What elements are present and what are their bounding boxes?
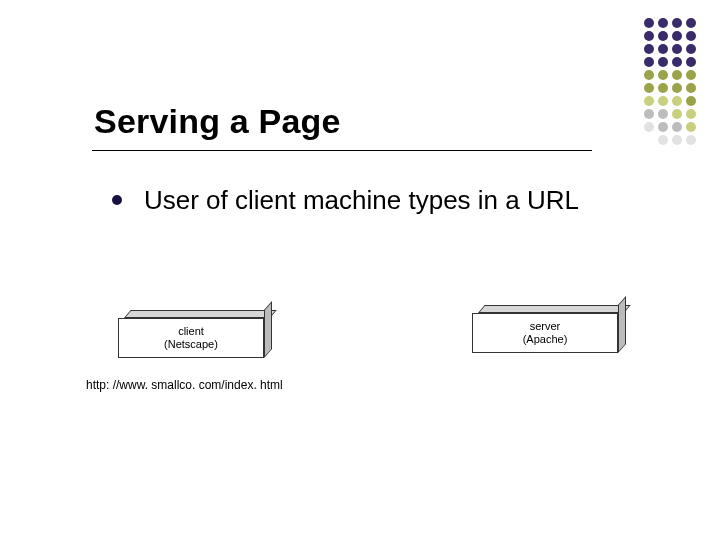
server-label-2: (Apache) — [523, 333, 568, 346]
client-box: client (Netscape) — [118, 310, 264, 358]
dot-icon — [658, 44, 668, 54]
dot-icon — [672, 44, 682, 54]
client-label-2: (Netscape) — [164, 338, 218, 351]
dot-icon — [672, 70, 682, 80]
server-label-1: server — [530, 320, 561, 333]
dot-icon — [686, 57, 696, 67]
bullet-text: User of client machine types in a URL — [144, 185, 579, 216]
dot-icon — [686, 122, 696, 132]
dot-icon — [658, 135, 668, 145]
bullet-item: User of client machine types in a URL — [112, 185, 579, 216]
dot-icon — [686, 18, 696, 28]
dot-icon — [644, 83, 654, 93]
title-underline — [92, 150, 592, 151]
dot-icon — [672, 135, 682, 145]
dot-icon — [658, 70, 668, 80]
url-text: http: //www. smallco. com/index. html — [86, 378, 283, 392]
dot-icon — [644, 109, 654, 119]
dot-icon — [644, 31, 654, 41]
dot-icon — [658, 57, 668, 67]
dot-icon — [658, 96, 668, 106]
dot-icon — [658, 83, 668, 93]
dot-icon — [672, 83, 682, 93]
dot-icon — [686, 31, 696, 41]
dot-icon — [672, 122, 682, 132]
bullet-icon — [112, 195, 122, 205]
client-label-1: client — [178, 325, 204, 338]
dot-icon — [644, 70, 654, 80]
dot-icon — [672, 109, 682, 119]
dot-icon — [672, 57, 682, 67]
dot-icon — [658, 18, 668, 28]
dot-icon — [658, 122, 668, 132]
dot-icon — [686, 70, 696, 80]
dot-icon — [644, 122, 654, 132]
dot-icon — [644, 18, 654, 28]
dot-icon — [686, 83, 696, 93]
server-box: server (Apache) — [472, 305, 618, 353]
decorative-dot-grid — [640, 18, 696, 148]
dot-icon — [658, 109, 668, 119]
dot-icon — [672, 18, 682, 28]
dot-icon — [672, 31, 682, 41]
dot-icon — [686, 109, 696, 119]
dot-icon — [672, 96, 682, 106]
dot-icon — [658, 31, 668, 41]
dot-icon — [644, 96, 654, 106]
dot-icon — [686, 135, 696, 145]
dot-icon — [686, 44, 696, 54]
dot-icon — [644, 57, 654, 67]
dot-icon — [644, 44, 654, 54]
slide-title: Serving a Page — [94, 102, 341, 141]
dot-icon — [686, 96, 696, 106]
